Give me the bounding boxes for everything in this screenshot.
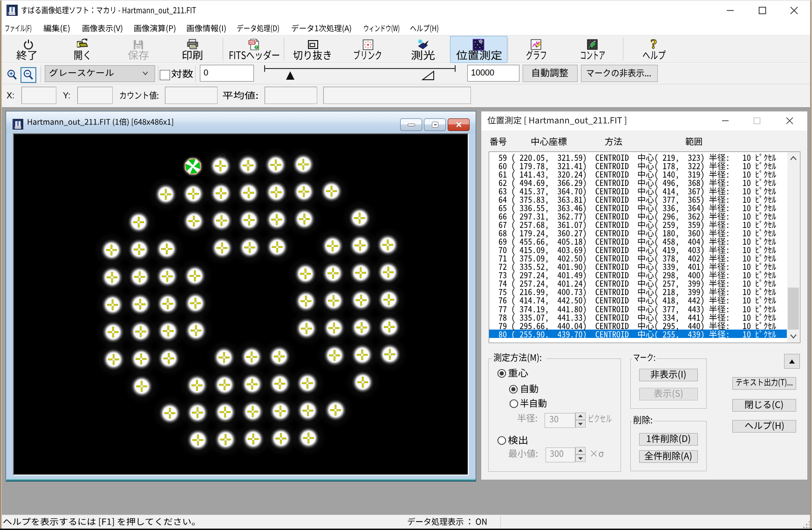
- svg-text:?: ?: [650, 37, 657, 50]
- svg-text:FITS: FITS: [249, 41, 256, 44]
- svg-text:ƒ: ƒ: [256, 45, 258, 49]
